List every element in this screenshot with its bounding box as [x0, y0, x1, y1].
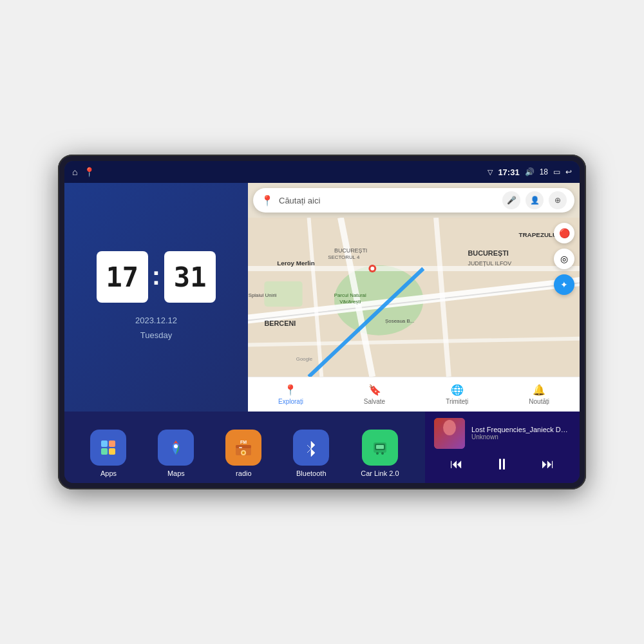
- map-nav-explore-label: Explorați: [278, 398, 303, 405]
- svg-text:BUCUREȘTI: BUCUREȘTI: [468, 249, 508, 257]
- svg-point-34: [242, 451, 245, 454]
- music-prev-btn[interactable]: ⏮: [450, 457, 463, 471]
- svg-rect-35: [239, 447, 242, 448]
- clock-day: Tuesday: [135, 328, 177, 343]
- map-area[interactable]: Leroy Merlin BUCUREȘTI SECTORUL 4 BERCEN…: [248, 218, 580, 377]
- bluetooth-label: Bluetooth: [296, 469, 326, 477]
- app-item-apps[interactable]: Apps: [90, 430, 126, 477]
- svg-point-29: [174, 444, 178, 448]
- music-play-btn[interactable]: ⏸: [495, 455, 510, 473]
- voice-search-btn[interactable]: 🎤: [502, 191, 520, 209]
- main-content: 17 : 31 2023.12.12 Tuesday: [64, 183, 580, 483]
- device-screen: ⌂ 📍 ▽ 17:31 🔊 18 ▭ ↩ 17: [64, 161, 580, 483]
- device-frame: ⌂ 📍 ▽ 17:31 🔊 18 ▭ ↩ 17: [58, 155, 586, 489]
- bottom-section: Apps Maps: [64, 412, 580, 483]
- back-icon[interactable]: ↩: [565, 167, 572, 176]
- music-next-btn[interactable]: ⏭: [542, 457, 554, 471]
- map-search-bar[interactable]: 📍 Căutați aici 🎤 👤 ⊕: [253, 188, 574, 213]
- svg-text:Splaiul Unirii: Splaiul Unirii: [249, 292, 277, 298]
- maps-label: Maps: [167, 469, 185, 477]
- app-item-bluetooth[interactable]: Bluetooth: [293, 430, 329, 477]
- volume-icon: 🔊: [525, 167, 535, 176]
- radio-icon: FM: [225, 430, 261, 466]
- clock-colon: :: [152, 261, 160, 290]
- clock-panel: 17 : 31 2023.12.12 Tuesday: [64, 183, 248, 412]
- map-nav-saved[interactable]: 🔖 Salvate: [364, 384, 385, 405]
- svg-text:Google: Google: [296, 356, 313, 362]
- svg-text:BERCENI: BERCENI: [264, 319, 296, 327]
- music-text: Lost Frequencies_Janieck Devy-... Unknow…: [471, 426, 571, 440]
- compass-control[interactable]: 🔴: [554, 223, 574, 243]
- status-time: 17:31: [498, 167, 519, 177]
- clock-date-area: 2023.12.12 Tuesday: [135, 313, 177, 343]
- battery-icon: ▭: [553, 167, 560, 176]
- maps-icon: [158, 430, 194, 466]
- svg-rect-28: [109, 448, 115, 455]
- top-section: 17 : 31 2023.12.12 Tuesday: [64, 183, 580, 412]
- map-nav-send-label: Trimiteți: [446, 398, 468, 405]
- explore-icon: 📍: [284, 384, 297, 396]
- svg-text:Parcul Natural: Parcul Natural: [334, 292, 366, 298]
- news-icon: 🔔: [533, 384, 545, 396]
- map-nav-explore[interactable]: 📍 Explorați: [278, 384, 303, 405]
- svg-rect-38: [376, 445, 384, 449]
- svg-text:FM: FM: [240, 440, 247, 444]
- clock-hour-block: 17: [97, 251, 148, 303]
- svg-rect-26: [109, 440, 115, 447]
- app-item-radio[interactable]: FM radio: [225, 430, 261, 477]
- app-item-carlink[interactable]: Car Link 2.0: [361, 430, 399, 477]
- music-title: Lost Frequencies_Janieck Devy-...: [471, 426, 571, 433]
- svg-text:JUDEȚUL ILFOV: JUDEȚUL ILFOV: [468, 260, 511, 267]
- svg-rect-27: [101, 448, 108, 455]
- clock-hour: 17: [106, 261, 139, 293]
- svg-text:TRAPEZULUI: TRAPEZULUI: [518, 231, 559, 238]
- carlink-icon: [362, 430, 398, 466]
- radio-label: radio: [236, 469, 251, 477]
- music-artist: Unknown: [471, 433, 571, 440]
- svg-text:Văcărești: Văcărești: [339, 299, 361, 305]
- map-visual: Leroy Merlin BUCUREȘTI SECTORUL 4 BERCEN…: [248, 218, 580, 377]
- saved-icon: 🔖: [368, 384, 381, 396]
- home-icon[interactable]: ⌂: [72, 167, 77, 177]
- location-icon[interactable]: 📍: [84, 167, 95, 177]
- map-panel: 📍 Căutați aici 🎤 👤 ⊕: [248, 183, 580, 412]
- map-search-controls: 🎤 👤 ⊕: [502, 191, 567, 209]
- svg-text:Șoseaua B...: Șoseaua B...: [385, 318, 414, 324]
- music-player: Lost Frequencies_Janieck Devy-... Unknow…: [425, 412, 580, 483]
- clock-minute-block: 31: [164, 251, 216, 303]
- apps-icon: [90, 430, 126, 466]
- map-nav-saved-label: Salvate: [364, 398, 385, 405]
- account-btn[interactable]: 👤: [526, 191, 544, 209]
- svg-point-39: [376, 452, 379, 455]
- clock-display: 17 : 31: [97, 251, 216, 303]
- send-icon: 🌐: [451, 384, 464, 396]
- map-nav-news[interactable]: 🔔 Noutăți: [529, 384, 549, 405]
- app-launcher: Apps Maps: [64, 412, 425, 483]
- map-nav-send[interactable]: 🌐 Trimiteți: [446, 384, 468, 405]
- status-left: ⌂ 📍: [72, 167, 95, 177]
- clock-minute: 31: [174, 261, 207, 293]
- svg-point-42: [443, 420, 456, 435]
- svg-rect-25: [101, 440, 108, 447]
- svg-point-40: [381, 452, 384, 455]
- clock-date: 2023.12.12: [135, 313, 177, 328]
- svg-text:BUCUREȘTI: BUCUREȘTI: [334, 247, 367, 254]
- map-search-input[interactable]: Căutați aici: [279, 196, 497, 205]
- map-nav-news-label: Noutăți: [529, 398, 549, 405]
- map-svg: Leroy Merlin BUCUREȘTI SECTORUL 4 BERCEN…: [248, 218, 580, 377]
- music-controls: ⏮ ⏸ ⏭: [434, 455, 571, 473]
- music-thumbnail: [434, 418, 465, 449]
- signal-icon: ▽: [488, 168, 493, 176]
- svg-text:SECTORUL 4: SECTORUL 4: [328, 254, 360, 260]
- music-info: Lost Frequencies_Janieck Devy-... Unknow…: [434, 418, 571, 449]
- status-bar: ⌂ 📍 ▽ 17:31 🔊 18 ▭ ↩: [64, 161, 580, 183]
- nav-control[interactable]: ✦: [554, 274, 574, 295]
- google-maps-icon: 📍: [261, 194, 274, 207]
- layers-btn[interactable]: ⊕: [549, 191, 567, 209]
- location-control[interactable]: ◎: [554, 249, 574, 269]
- apps-label: Apps: [100, 469, 117, 477]
- app-item-maps[interactable]: Maps: [158, 430, 194, 477]
- album-art: [434, 418, 465, 449]
- bluetooth-icon: [293, 430, 329, 466]
- status-right: ▽ 17:31 🔊 18 ▭ ↩: [488, 167, 572, 177]
